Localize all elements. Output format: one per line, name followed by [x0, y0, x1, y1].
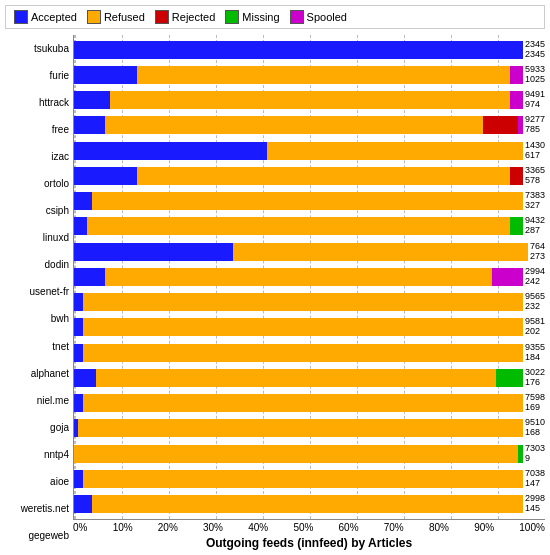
- bar-values: 23452345: [525, 40, 545, 60]
- bar-segment-refused: [137, 66, 510, 84]
- bar-segment-refused: [110, 91, 510, 109]
- bar-value: 9: [525, 454, 545, 464]
- bar-values: 2994242: [525, 267, 545, 287]
- bar-row: 9432287: [74, 217, 545, 235]
- y-label: free: [5, 125, 69, 135]
- legend-item-missing: Missing: [225, 10, 279, 24]
- bar-segment-refused: [83, 470, 523, 488]
- bar-value: 273: [530, 252, 545, 262]
- bar-value: 287: [525, 226, 545, 236]
- bar-segment-accepted: [74, 318, 83, 336]
- bar-segment-accepted: [74, 495, 92, 513]
- legend: AcceptedRefusedRejectedMissingSpooled: [5, 5, 545, 29]
- bar-segment-spooled: [510, 66, 523, 84]
- chart-area: tsukubafuriehttrackfreeizacortolocsiphli…: [5, 35, 545, 550]
- bar-values: 9277785: [525, 115, 545, 135]
- bar-segment-refused: [83, 318, 523, 336]
- x-axis-label: 60%: [339, 522, 359, 533]
- bar-segment-refused: [233, 243, 528, 261]
- bar-row: 9565232: [74, 293, 545, 311]
- bar-row: 7038147: [74, 470, 545, 488]
- bar-segment-accepted: [74, 142, 267, 160]
- bar-row: 23452345: [74, 41, 545, 59]
- x-axis-label: 10%: [113, 522, 133, 533]
- bar-value: 147: [525, 479, 545, 489]
- bar-segment-rejected: [483, 116, 519, 134]
- bar-segment-refused: [74, 445, 518, 463]
- bar-row: 1430617: [74, 142, 545, 160]
- bar-row: 7383327: [74, 192, 545, 210]
- bar-row: 9355184: [74, 344, 545, 362]
- bar-value: 785: [525, 125, 545, 135]
- bar-row: 3022176: [74, 369, 545, 387]
- y-label: niel.me: [5, 396, 69, 406]
- bar-segment-accepted: [74, 470, 83, 488]
- bar-row: 2998145: [74, 495, 545, 513]
- bar-segment-accepted: [74, 293, 83, 311]
- bar-value: 168: [525, 428, 545, 438]
- bar-value: 242: [525, 277, 545, 287]
- x-axis-label: 40%: [248, 522, 268, 533]
- bar-value: 184: [525, 353, 545, 363]
- bar-segment-accepted: [74, 192, 92, 210]
- bar-segment-accepted: [74, 41, 523, 59]
- bar-value: 578: [525, 176, 545, 186]
- bar-values: 73039: [525, 444, 545, 464]
- bar-values: 3022176: [525, 368, 545, 388]
- y-label: linuxd: [5, 233, 69, 243]
- bar-segment-accepted: [74, 243, 233, 261]
- x-axis: 0%10%20%30%40%50%60%70%80%90%100%: [73, 520, 545, 533]
- bar-values: 3365578: [525, 166, 545, 186]
- chart-title: Outgoing feeds (innfeed) by Articles: [73, 533, 545, 550]
- y-label: dodin: [5, 260, 69, 270]
- bar-segment-accepted: [74, 66, 137, 84]
- legend-item-rejected: Rejected: [155, 10, 215, 24]
- bar-value: 232: [525, 302, 545, 312]
- bar-segment-refused: [105, 116, 482, 134]
- bar-values: 9491974: [525, 90, 545, 110]
- bar-segment-accepted: [74, 91, 110, 109]
- bar-segment-spooled: [492, 268, 523, 286]
- legend-item-spooled: Spooled: [290, 10, 347, 24]
- bar-value: 176: [525, 378, 545, 388]
- legend-item-accepted: Accepted: [14, 10, 77, 24]
- bar-rows: 2345234559331025949197492777851430617336…: [74, 35, 545, 519]
- y-label: goja: [5, 423, 69, 433]
- legend-item-refused: Refused: [87, 10, 145, 24]
- y-label: izac: [5, 152, 69, 162]
- bar-value: 145: [525, 504, 545, 514]
- bar-value: 202: [525, 327, 545, 337]
- bar-row: 9277785: [74, 116, 545, 134]
- legend-label: Rejected: [172, 11, 215, 23]
- x-axis-label: 50%: [293, 522, 313, 533]
- bar-segment-accepted: [74, 167, 137, 185]
- legend-label: Missing: [242, 11, 279, 23]
- bar-segment-rejected: [510, 167, 523, 185]
- bar-segment-refused: [83, 394, 523, 412]
- x-axis-label: 30%: [203, 522, 223, 533]
- y-label: httrack: [5, 98, 69, 108]
- y-label: tnet: [5, 342, 69, 352]
- legend-swatch: [14, 10, 28, 24]
- bar-values: 9432287: [525, 216, 545, 236]
- bar-row: 73039: [74, 445, 545, 463]
- bar-row: 2994242: [74, 268, 545, 286]
- bar-values: 7383327: [525, 191, 545, 211]
- bar-segment-accepted: [74, 268, 105, 286]
- bar-value: 974: [525, 100, 545, 110]
- y-label: usenet-fr: [5, 287, 69, 297]
- bar-row: 9510168: [74, 419, 545, 437]
- bar-values: 9581202: [525, 317, 545, 337]
- bar-value: 617: [525, 151, 545, 161]
- bar-row: 59331025: [74, 66, 545, 84]
- bar-segment-refused: [92, 192, 523, 210]
- bar-segment-refused: [83, 344, 523, 362]
- bar-values: 9565232: [525, 292, 545, 312]
- y-label: ortolo: [5, 179, 69, 189]
- legend-label: Accepted: [31, 11, 77, 23]
- x-axis-label: 0%: [73, 522, 87, 533]
- bar-segment-missing: [518, 445, 522, 463]
- chart-container: AcceptedRefusedRejectedMissingSpooled ts…: [0, 0, 550, 555]
- bar-row: 7598169: [74, 394, 545, 412]
- bar-value: 169: [525, 403, 545, 413]
